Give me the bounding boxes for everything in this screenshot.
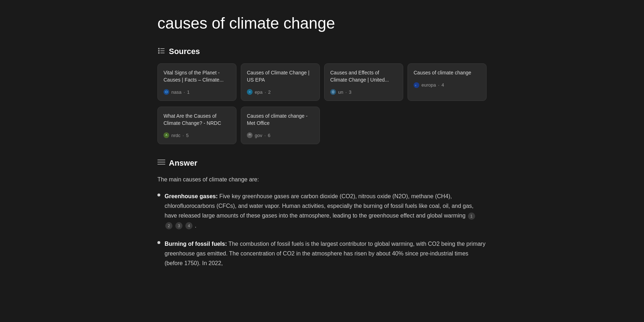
source-card-gov[interactable]: Causes of climate change - Met Office go… bbox=[241, 107, 320, 144]
source-card-europa[interactable]: Causes of climate change e europa · 4 bbox=[408, 63, 487, 101]
svg-text:e: e bbox=[415, 84, 416, 87]
svg-rect-18 bbox=[157, 160, 165, 160]
svg-rect-20 bbox=[157, 164, 165, 165]
favicon-nrdc bbox=[164, 132, 169, 138]
answer-list-item-1: Greenhouse gases: Five key greenhouse ga… bbox=[157, 191, 487, 230]
svg-rect-3 bbox=[160, 50, 165, 51]
source-card-title-gov: Causes of climate change - Met Office bbox=[247, 113, 314, 127]
answer-icon bbox=[157, 159, 165, 167]
main-content: causes of climate change Sources Vital S… bbox=[143, 0, 501, 291]
source-card-title-epa: Causes of Climate Change | US EPA bbox=[247, 69, 314, 83]
source-card-title-nasa: Vital Signs of the Planet - Causes | Fac… bbox=[164, 69, 230, 83]
source-card-title-un: Causes and Effects of Climate Change | U… bbox=[330, 69, 397, 83]
citation-badge-3[interactable]: 3 bbox=[175, 222, 182, 229]
source-number-epa: 2 bbox=[268, 89, 270, 95]
source-dot-epa: · bbox=[265, 89, 266, 95]
svg-rect-16 bbox=[248, 135, 252, 137]
source-dot-un: · bbox=[345, 89, 347, 95]
answer-list-item-2: Burning of fossil fuels: The combustion … bbox=[157, 239, 487, 268]
source-card-empty-1 bbox=[324, 107, 403, 144]
source-dot-nasa: · bbox=[184, 89, 185, 95]
svg-rect-4 bbox=[158, 52, 160, 54]
source-card-un[interactable]: Causes and Effects of Climate Change | U… bbox=[324, 63, 403, 101]
source-card-title-europa: Causes of climate change bbox=[414, 69, 480, 77]
source-card-footer-nasa: nasa · 1 bbox=[164, 89, 230, 95]
svg-rect-5 bbox=[160, 53, 165, 53]
answer-list: Greenhouse gases: Five key greenhouse ga… bbox=[157, 191, 487, 268]
sources-icon bbox=[157, 47, 165, 56]
svg-rect-2 bbox=[158, 50, 160, 52]
source-domain-un: un bbox=[338, 89, 343, 95]
source-card-empty-2 bbox=[408, 107, 487, 144]
answer-text-1: Greenhouse gases: Five key greenhouse ga… bbox=[165, 191, 487, 230]
sources-section-title: Sources bbox=[169, 47, 200, 56]
favicon-gov bbox=[247, 132, 253, 138]
source-card-title-nrdc: What Are the Causes of Climate Change? -… bbox=[164, 113, 230, 127]
citations-inline-1: 2 3 4 bbox=[165, 222, 193, 229]
source-domain-gov: gov bbox=[255, 133, 262, 138]
source-card-footer-gov: gov · 6 bbox=[247, 132, 314, 138]
sources-section-header: Sources bbox=[157, 47, 487, 56]
source-dot-europa: · bbox=[438, 82, 439, 88]
source-domain-epa: epa bbox=[255, 89, 263, 95]
answer-intro: The main causes of climate change are: bbox=[157, 175, 487, 184]
citation-badge-4[interactable]: 4 bbox=[185, 222, 192, 229]
source-card-footer-nrdc: nrdc · 5 bbox=[164, 132, 230, 138]
sources-grid-row2: What Are the Causes of Climate Change? -… bbox=[157, 107, 487, 144]
citation-badge-2[interactable]: 2 bbox=[165, 222, 172, 229]
source-number-nrdc: 5 bbox=[186, 133, 189, 138]
source-card-footer-europa: e europa · 4 bbox=[414, 82, 480, 88]
svg-rect-19 bbox=[157, 162, 165, 162]
source-card-nasa[interactable]: Vital Signs of the Planet - Causes | Fac… bbox=[157, 63, 236, 101]
source-domain-nrdc: nrdc bbox=[171, 133, 180, 138]
svg-rect-1 bbox=[160, 48, 165, 49]
favicon-epa bbox=[247, 89, 253, 95]
period-1: . bbox=[195, 223, 196, 229]
answer-section: Answer The main causes of climate change… bbox=[157, 158, 487, 268]
favicon-un bbox=[330, 89, 336, 95]
source-number-europa: 4 bbox=[441, 82, 444, 88]
favicon-europa: e bbox=[414, 82, 419, 88]
answer-term-1: Greenhouse gases: bbox=[165, 193, 218, 199]
answer-term-2: Burning of fossil fuels: bbox=[165, 241, 227, 247]
source-dot-nrdc: · bbox=[182, 133, 184, 138]
source-number-gov: 6 bbox=[268, 133, 270, 138]
svg-rect-0 bbox=[158, 48, 160, 49]
answer-section-header: Answer bbox=[157, 158, 487, 168]
answer-text-2: Burning of fossil fuels: The combustion … bbox=[165, 239, 487, 268]
bullet-1 bbox=[157, 194, 160, 196]
sources-grid-row1: Vital Signs of the Planet - Causes | Fac… bbox=[157, 63, 487, 101]
svg-marker-17 bbox=[248, 133, 252, 135]
answer-section-title: Answer bbox=[169, 158, 197, 168]
source-dot-gov: · bbox=[264, 133, 266, 138]
source-domain-europa: europa bbox=[421, 82, 436, 88]
source-number-nasa: 1 bbox=[187, 89, 190, 95]
source-card-epa[interactable]: Causes of Climate Change | US EPA epa · … bbox=[241, 63, 320, 101]
source-card-footer-un: un · 3 bbox=[330, 89, 397, 95]
page-title: causes of climate change bbox=[157, 14, 487, 32]
source-domain-nasa: nasa bbox=[171, 89, 181, 95]
source-card-footer-epa: epa · 2 bbox=[247, 89, 314, 95]
source-number-un: 3 bbox=[349, 89, 351, 95]
bullet-2 bbox=[157, 241, 160, 244]
source-card-nrdc[interactable]: What Are the Causes of Climate Change? -… bbox=[157, 107, 236, 144]
citation-badge-1[interactable]: 1 bbox=[468, 213, 475, 220]
favicon-nasa bbox=[164, 89, 169, 95]
